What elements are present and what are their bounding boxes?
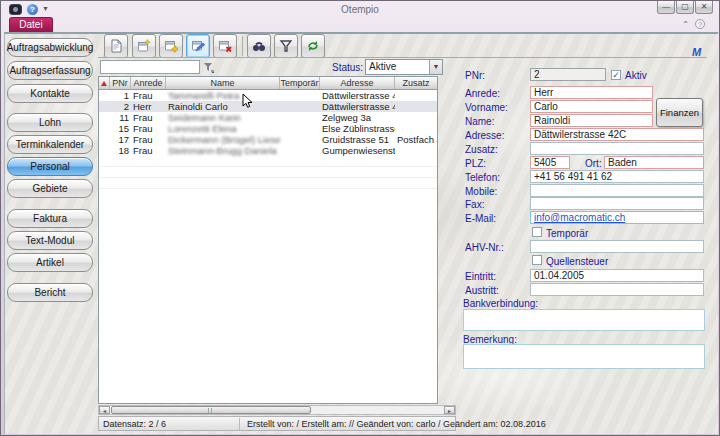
close-button[interactable]: ✕ <box>695 1 713 14</box>
austritt-label: Austritt: <box>465 285 499 296</box>
adresse-label: Adresse: <box>465 130 504 141</box>
status-bar: Datensatz: 2 / 6 Erstellt von: / Erstell… <box>98 416 456 431</box>
sort-indicator-column[interactable] <box>99 77 110 89</box>
collapse-ribbon-icon[interactable]: ⌃ <box>682 20 689 29</box>
sidebar-item-text-modul[interactable]: Text-Modul <box>7 231 93 250</box>
table-row[interactable]: 11FrauSeidemann KarinZelgweg 3a <box>99 112 437 123</box>
table-row[interactable]: 1FrauTammarelli PetraDättwilerstrasse 42… <box>99 90 437 101</box>
ort-field[interactable] <box>604 156 704 169</box>
blurred-name: Steinmann-Brugg Daniela <box>166 145 280 156</box>
ort-label: Ort: <box>585 158 602 169</box>
quick-filter-input[interactable] <box>100 60 200 74</box>
sort-asc-icon <box>101 81 107 86</box>
column-header-name[interactable]: Name <box>166 77 280 89</box>
sidebar-item-bericht[interactable]: Bericht <box>7 283 93 302</box>
edit-record-button[interactable] <box>186 34 210 58</box>
toolbar-divider <box>98 57 707 58</box>
report-icon <box>109 39 123 53</box>
scroll-left-icon[interactable]: ◄ <box>99 406 110 414</box>
tab-datei[interactable]: Datei <box>9 17 53 32</box>
column-header-temporar[interactable]: Temporär <box>280 77 320 89</box>
column-header-pnr[interactable]: PNr <box>110 77 131 89</box>
ahv-field[interactable] <box>530 240 704 253</box>
toolbar-separator <box>242 36 243 56</box>
sidebar-item-auftragsabwicklung[interactable]: Auftragsabwicklung <box>7 38 93 57</box>
statusbar-divider <box>239 418 240 430</box>
eintritt-field[interactable] <box>530 269 704 282</box>
sidebar-item-gebiete[interactable]: Gebiete <box>7 179 93 198</box>
email-field[interactable] <box>530 211 704 224</box>
bankverbindung-field[interactable] <box>463 309 705 331</box>
horizontal-scrollbar[interactable]: ◄ ► <box>98 405 456 415</box>
sidebar-item-personal[interactable]: Personal <box>7 157 93 176</box>
anrede-field[interactable] <box>530 86 653 99</box>
telefon-field[interactable] <box>530 170 704 183</box>
filter-icon <box>279 39 293 53</box>
status-filter-select[interactable]: Aktive ▼ <box>365 59 443 75</box>
sidebar-item-auftragserfassung[interactable]: Auftragserfassung <box>7 61 93 80</box>
table-row[interactable]: 18FrauSteinmann-Brugg DanielaGumpenwiese… <box>99 145 437 156</box>
sidebar-item-artikel[interactable]: Artikel <box>7 253 93 272</box>
empty-table-row <box>99 178 437 189</box>
quellensteuer-label: Quellensteuer <box>546 256 608 267</box>
sidebar-item-faktura[interactable]: Faktura <box>7 209 93 228</box>
austritt-field[interactable] <box>530 283 704 296</box>
aktiv-checkbox[interactable]: ✓ <box>611 70 621 80</box>
blurred-name: Dickermann (Brügel) Lieselotte <box>166 134 280 145</box>
delete-record-button[interactable] <box>213 34 237 58</box>
filter-button[interactable] <box>274 34 298 58</box>
zusatz-label: Zusatz: <box>465 144 498 155</box>
email-label: E-Mail: <box>465 213 496 224</box>
sidebar-item-kontakte[interactable]: Kontakte <box>7 84 93 103</box>
temporar-label: Temporär <box>546 228 588 239</box>
column-header-adresse[interactable]: Adresse <box>320 77 395 89</box>
adresse-field[interactable] <box>530 128 704 141</box>
dropdown-arrow-icon[interactable]: ▼ <box>429 60 442 74</box>
status-filter-label: Status: <box>332 62 363 73</box>
table-row[interactable]: 17FrauDickermann (Brügel) LieselotteGrui… <box>99 134 437 145</box>
plz-label: PLZ: <box>465 158 486 169</box>
empty-table-row <box>99 156 437 167</box>
vorname-field[interactable] <box>530 100 653 113</box>
scrollbar-thumb[interactable] <box>111 406 311 414</box>
quellensteuer-checkbox[interactable] <box>532 255 542 265</box>
column-header-anrede[interactable]: Anrede <box>131 77 166 89</box>
temporar-checkbox[interactable] <box>532 227 542 237</box>
table-row-selected[interactable]: 2HerrRainoldi CarloDättwilerstrasse 42C <box>99 101 437 112</box>
ahv-label: AHV-Nr.: <box>465 242 504 253</box>
edit-record-icon <box>191 39 205 53</box>
fax-field[interactable] <box>530 197 704 210</box>
sidebar-item-lohn[interactable]: Lohn <box>7 113 93 132</box>
delete-record-icon <box>218 39 232 53</box>
empty-table-row <box>99 167 437 178</box>
pnr-field[interactable] <box>530 68 606 81</box>
plz-field[interactable] <box>530 156 570 169</box>
minimize-button[interactable]: — <box>657 1 675 14</box>
pnr-label: PNr: <box>465 70 485 81</box>
sidebar-item-terminkalender[interactable]: Terminkalender <box>7 135 93 154</box>
bemerkung-field[interactable] <box>463 344 705 369</box>
ribbon-tab-row: Datei ⌃ ? <box>1 16 719 32</box>
anrede-label: Anrede: <box>465 88 500 99</box>
refresh-button[interactable] <box>301 34 325 58</box>
search-button[interactable] <box>247 34 271 58</box>
window-title: Otempio <box>1 4 719 15</box>
record-count: Datensatz: 2 / 6 <box>103 419 166 429</box>
maximize-button[interactable]: ▢ <box>676 1 694 14</box>
finanzen-button[interactable]: Finanzen <box>656 98 703 127</box>
table-row[interactable]: 15FrauLorenzetti ElenaElse Züblinstrasse… <box>99 123 437 134</box>
scroll-right-icon[interactable]: ► <box>444 406 455 414</box>
table-header-row: PNr Anrede Name Temporär Adresse Zusatz <box>99 77 437 90</box>
zusatz-field[interactable] <box>530 142 704 155</box>
column-header-zusatz[interactable]: Zusatz <box>395 77 437 89</box>
report-button[interactable] <box>104 34 128 58</box>
name-field[interactable] <box>530 114 653 127</box>
mobile-field[interactable] <box>530 184 704 197</box>
mouse-cursor-icon <box>242 93 253 109</box>
new-record-button[interactable] <box>132 34 156 58</box>
duplicate-record-button[interactable] <box>159 34 183 58</box>
new-record-icon <box>137 39 151 53</box>
column-filter-icon[interactable] <box>203 62 215 73</box>
ribbon-help-icon[interactable]: ? <box>695 19 705 29</box>
name-label: Name: <box>465 116 494 127</box>
